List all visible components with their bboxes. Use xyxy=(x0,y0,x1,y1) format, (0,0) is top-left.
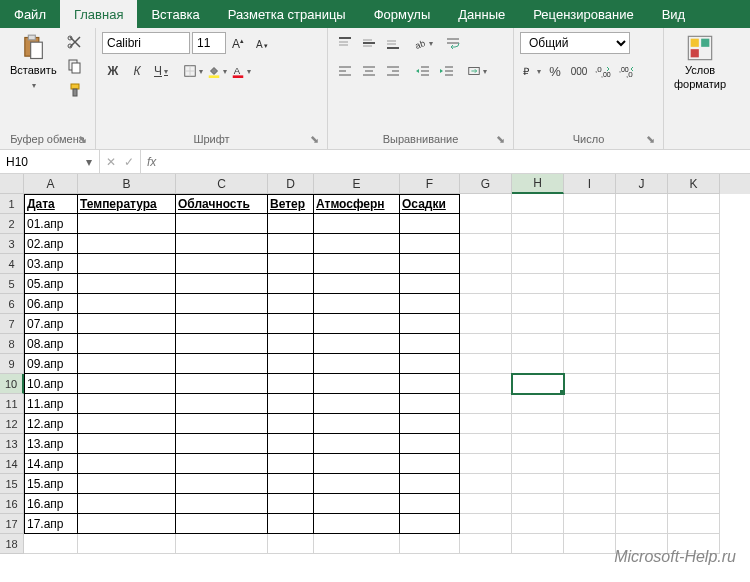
cell[interactable] xyxy=(668,214,720,234)
row-header[interactable]: 17 xyxy=(0,514,24,534)
cell[interactable] xyxy=(176,314,268,334)
increase-font-button[interactable]: A▴ xyxy=(228,32,250,54)
fx-button[interactable]: fx xyxy=(147,155,156,169)
cell[interactable] xyxy=(512,454,564,474)
align-left-button[interactable] xyxy=(334,60,356,82)
cell[interactable] xyxy=(564,434,616,454)
col-header-J[interactable]: J xyxy=(616,174,668,194)
col-header-F[interactable]: F xyxy=(400,174,460,194)
cell[interactable] xyxy=(512,354,564,374)
cell[interactable] xyxy=(564,534,616,554)
cell[interactable] xyxy=(78,394,176,414)
cell[interactable] xyxy=(78,434,176,454)
cell[interactable] xyxy=(268,294,314,314)
name-box-input[interactable] xyxy=(0,155,80,169)
align-center-button[interactable] xyxy=(358,60,380,82)
cell[interactable] xyxy=(460,374,512,394)
cell[interactable] xyxy=(616,314,668,334)
formula-input[interactable] xyxy=(162,155,744,169)
cell[interactable] xyxy=(460,294,512,314)
row-header[interactable]: 10 xyxy=(0,374,24,394)
cell[interactable] xyxy=(512,194,564,214)
fill-color-button[interactable] xyxy=(206,60,228,82)
cell[interactable] xyxy=(512,374,564,394)
cell[interactable] xyxy=(564,214,616,234)
cell[interactable] xyxy=(268,434,314,454)
cell[interactable] xyxy=(460,494,512,514)
cell[interactable] xyxy=(268,214,314,234)
cell[interactable] xyxy=(512,414,564,434)
cell[interactable] xyxy=(268,354,314,374)
format-painter-button[interactable] xyxy=(65,80,85,100)
cell[interactable] xyxy=(512,214,564,234)
cell[interactable] xyxy=(314,434,400,454)
tab-review[interactable]: Рецензирование xyxy=(519,0,647,28)
cell[interactable] xyxy=(564,314,616,334)
font-color-button[interactable]: A xyxy=(230,60,252,82)
cell[interactable] xyxy=(668,234,720,254)
cell[interactable] xyxy=(668,294,720,314)
cell[interactable] xyxy=(400,214,460,234)
cell[interactable] xyxy=(512,434,564,454)
cell[interactable]: 11.апр xyxy=(24,394,78,414)
cell[interactable] xyxy=(268,414,314,434)
cell[interactable] xyxy=(176,414,268,434)
tab-view[interactable]: Вид xyxy=(648,0,700,28)
align-bottom-button[interactable] xyxy=(382,32,404,54)
cell[interactable] xyxy=(78,514,176,534)
cell[interactable] xyxy=(314,474,400,494)
cell[interactable] xyxy=(314,494,400,514)
cell[interactable] xyxy=(400,374,460,394)
orientation-button[interactable]: ab xyxy=(412,32,434,54)
wrap-text-button[interactable] xyxy=(442,32,464,54)
col-header-D[interactable]: D xyxy=(268,174,314,194)
cell[interactable] xyxy=(400,414,460,434)
cell[interactable]: Ветер xyxy=(268,194,314,214)
row-header[interactable]: 4 xyxy=(0,254,24,274)
cell[interactable] xyxy=(460,254,512,274)
row-header[interactable]: 18 xyxy=(0,534,24,554)
cell[interactable] xyxy=(78,534,176,554)
cell[interactable] xyxy=(616,194,668,214)
cell[interactable] xyxy=(564,354,616,374)
name-box-dropdown[interactable]: ▾ xyxy=(80,155,98,169)
cell[interactable] xyxy=(460,334,512,354)
col-header-I[interactable]: I xyxy=(564,174,616,194)
cell[interactable] xyxy=(512,274,564,294)
cell[interactable] xyxy=(314,274,400,294)
cell[interactable] xyxy=(668,394,720,414)
clipboard-launcher[interactable]: ⬊ xyxy=(75,133,89,147)
cell[interactable] xyxy=(668,354,720,374)
cell[interactable] xyxy=(314,354,400,374)
tab-page-layout[interactable]: Разметка страницы xyxy=(214,0,360,28)
cell[interactable] xyxy=(564,194,616,214)
cell[interactable] xyxy=(314,374,400,394)
cell[interactable] xyxy=(564,414,616,434)
cell[interactable] xyxy=(616,234,668,254)
number-format-select[interactable]: Общий xyxy=(520,32,630,54)
cell[interactable] xyxy=(668,334,720,354)
cell[interactable] xyxy=(400,494,460,514)
cell[interactable] xyxy=(512,254,564,274)
cell[interactable] xyxy=(616,494,668,514)
cell[interactable] xyxy=(668,494,720,514)
cell[interactable] xyxy=(400,234,460,254)
number-launcher[interactable]: ⬊ xyxy=(643,133,657,147)
cell[interactable]: 05.апр xyxy=(24,274,78,294)
paste-button[interactable]: Вставить xyxy=(6,32,61,93)
cell[interactable]: Осадки xyxy=(400,194,460,214)
cell[interactable] xyxy=(268,254,314,274)
cell[interactable] xyxy=(564,474,616,494)
cell[interactable] xyxy=(460,314,512,334)
cell[interactable] xyxy=(78,474,176,494)
cell[interactable] xyxy=(400,314,460,334)
italic-button[interactable]: К xyxy=(126,60,148,82)
copy-button[interactable] xyxy=(65,56,85,76)
cell[interactable] xyxy=(314,314,400,334)
row-header[interactable]: 5 xyxy=(0,274,24,294)
cell[interactable] xyxy=(668,534,720,554)
align-middle-button[interactable] xyxy=(358,32,380,54)
cell[interactable]: 12.апр xyxy=(24,414,78,434)
cell[interactable] xyxy=(512,534,564,554)
cell[interactable] xyxy=(78,274,176,294)
